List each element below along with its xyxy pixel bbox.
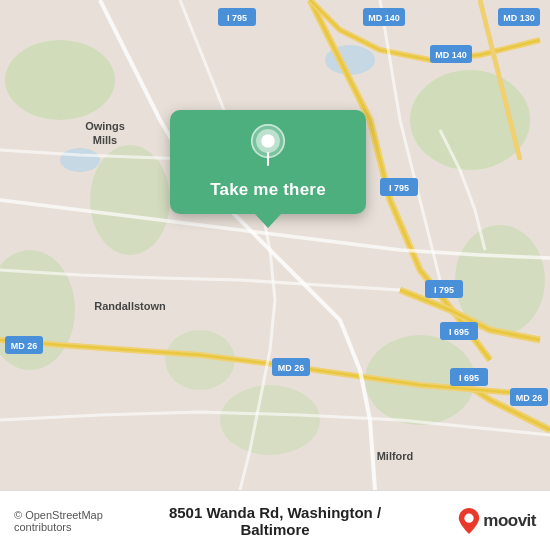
svg-text:Owings: Owings xyxy=(85,120,125,132)
svg-text:MD 26: MD 26 xyxy=(516,393,543,403)
copyright-text: © OpenStreetMap contributors xyxy=(14,509,140,533)
svg-text:I 795: I 795 xyxy=(434,285,454,295)
svg-text:Milford: Milford xyxy=(377,450,414,462)
take-me-there-popup[interactable]: Take me there xyxy=(170,110,366,214)
svg-text:MD 140: MD 140 xyxy=(368,13,400,23)
svg-text:I 695: I 695 xyxy=(449,327,469,337)
svg-text:MD 26: MD 26 xyxy=(11,341,38,351)
map-container: I 795 I 795 I 795 I 695 I 695 MD 140 MD … xyxy=(0,0,550,490)
svg-text:MD 140: MD 140 xyxy=(435,50,467,60)
take-me-there-label: Take me there xyxy=(210,180,326,200)
address-text: 8501 Wanda Rd, Washington / Baltimore xyxy=(150,504,401,538)
map-background: I 795 I 795 I 795 I 695 I 695 MD 140 MD … xyxy=(0,0,550,490)
moovit-logo: moovit xyxy=(411,508,537,534)
svg-text:MD 130: MD 130 xyxy=(503,13,535,23)
svg-point-9 xyxy=(60,148,100,172)
moovit-wordmark: moovit xyxy=(483,511,536,531)
svg-text:I 795: I 795 xyxy=(389,183,409,193)
svg-text:I 795: I 795 xyxy=(227,13,247,23)
svg-point-2 xyxy=(90,145,170,255)
svg-point-39 xyxy=(261,134,275,148)
svg-point-7 xyxy=(220,385,320,455)
svg-point-41 xyxy=(465,513,474,522)
svg-text:MD 26: MD 26 xyxy=(278,363,305,373)
svg-point-1 xyxy=(5,40,115,120)
moovit-pin-icon xyxy=(458,508,480,534)
bottom-bar: © OpenStreetMap contributors 8501 Wanda … xyxy=(0,490,550,550)
svg-text:I 695: I 695 xyxy=(459,373,479,383)
svg-text:Mills: Mills xyxy=(93,134,117,146)
svg-text:Randallstown: Randallstown xyxy=(94,300,166,312)
location-pin-icon xyxy=(245,124,291,170)
